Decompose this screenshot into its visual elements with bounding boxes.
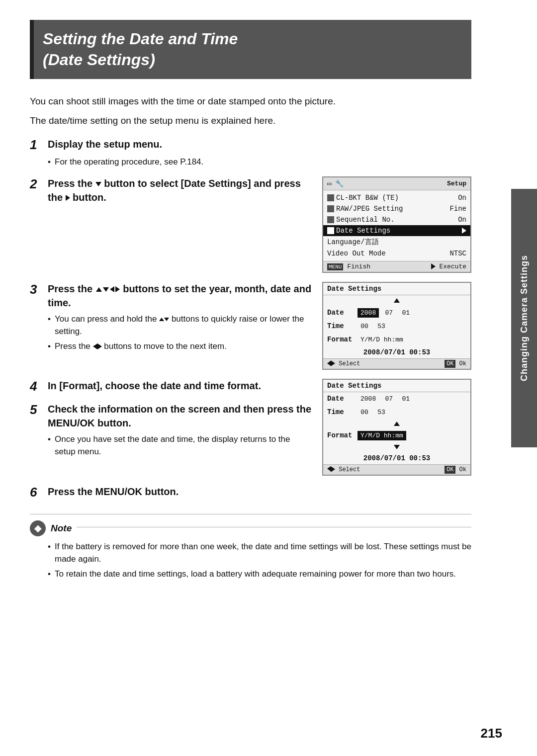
step-3-bullet-2: Press the buttons to move to the next it… [48,340,312,353]
row-icon-2 [327,205,334,212]
step-6-heading: 6 Press the MENU/OK button. [30,485,471,500]
note-box: ◆ Note If the battery is removed for mor… [30,514,471,581]
step-3-bullet-1: You can press and hold the buttons to qu… [48,313,312,338]
date-day-2: 01 [399,394,413,404]
setup-row-6: Video Out Mode NTSC [323,248,470,259]
date-screen-1-datetime: 2008/07/01 00:53 [323,346,470,358]
date-label: Date [327,309,355,317]
step-1-title: Display the setup menu. [48,137,162,151]
note-bullet-1: If the battery is removed for more than … [48,540,471,566]
steps-area: 1 Display the setup menu. For the operat… [30,137,471,500]
date-month: 07 [382,308,396,318]
row-label-1: CL-BKT B&W (TE) [336,194,456,202]
down-arrow-2 [394,445,400,449]
step-3-row: 3 Press the buttons to set the year, mon… [30,282,471,370]
step-2-left: 2 Press the button to select [Date Setti… [30,176,312,207]
time-min-2: 53 [374,408,388,417]
row-value-2: Fine [449,205,466,213]
main-content: Setting the Date and Time (Date Settings… [0,0,511,612]
date-year-2: 2008 [358,394,379,404]
row-arrow-4 [462,227,466,235]
time-hour-2: 00 [358,408,371,417]
step-2-heading: 2 Press the button to select [Date Setti… [30,176,312,204]
time-label-2: Time [327,408,355,416]
page-container: Changing Camera Settings Setting the Dat… [0,0,537,756]
step-5-heading: 5 Check the information on the screen an… [30,402,312,430]
setup-screen-mockup: ▭ 🔧 Setup CL-BKT B&W (TE) On [322,176,471,273]
date-screen-1-format-row: Format Y/M/D hh:mm [323,333,470,346]
right-arrow-icon [97,343,102,349]
step-4-title: In [Format], choose the date and time fo… [48,379,261,393]
left-arrow-icon [93,343,97,349]
up-arrow [394,298,400,303]
date-label-2: Date [327,395,355,403]
date-screen-1-time-row: Time 00 53 [323,320,470,333]
setup-row-3: Sequential No. On [323,214,470,225]
date-screen-1-date-row: Date 2008 07 01 [323,306,470,320]
setup-label: Setup [447,180,466,187]
row-value-1: On [458,194,466,202]
format-label: Format [327,336,355,343]
row-icon-3 [327,216,334,223]
setup-screen-icons: ▭ 🔧 [327,179,344,188]
step-4-number: 4 [30,379,45,394]
date-screen-1-title: Date Settings [323,283,470,295]
step-2-title: Press the button to select [Date Setting… [48,176,312,204]
setup-screen-footer: MENU Finish Execute [323,261,470,272]
step-4-heading: 4 In [Format], choose the date and time … [30,379,312,394]
date-month-2: 07 [382,394,396,404]
note-header: ◆ Note [30,520,471,536]
step-4-5-left: 4 In [Format], choose the date and time … [30,379,312,466]
step-4-5-row: 4 In [Format], choose the date and time … [30,379,471,476]
step-1-bullets: For the operating procedure, see P.184. [48,156,471,168]
setup-row-5: Language/言語 [323,236,470,248]
step-6-title: Press the MENU/OK button. [48,485,179,499]
format-value: Y/M/D hh:mm [358,335,406,344]
setup-row-2: RAW/JPEG Setting Fine [323,203,470,214]
setup-screen-body: CL-BKT B&W (TE) On RAW/JPEG Setting Fine… [323,190,470,261]
step-6: 6 Press the MENU/OK button. [30,485,471,500]
date-screen-2-datetime: 2008/07/01 00:53 [323,452,470,464]
date-screen-2-time-row: Time 00 53 [323,406,470,419]
setup-screen-header: ▭ 🔧 Setup [323,177,470,190]
side-tab-text: Changing Camera Settings [519,255,530,381]
step-3-title: Press the buttons to set the year, month… [48,282,312,310]
side-tab: Changing Camera Settings [511,189,537,447]
format-value-2: Y/M/D hh:mm [358,431,406,440]
step-5-bullets: Once you have set the date and time, the… [48,433,312,458]
row-label-3: Sequential No. [336,216,456,224]
down-arrow-icon [164,318,169,321]
step-1: 1 Display the setup menu. For the operat… [30,137,471,168]
step-3-heading: 3 Press the buttons to set the year, mon… [30,282,312,310]
title-box: Setting the Date and Time (Date Settings… [30,20,471,79]
camera-icon: ▭ [327,179,331,188]
date-footer-right-1: OK Ok [445,360,466,367]
date-screen-1-mockup: Date Settings Date 2008 07 01 Time 0 [322,282,471,370]
row-icon-1 [327,194,334,201]
date-footer-right-2: OK Ok [445,466,466,473]
row-label-2: RAW/JPEG Setting [336,205,448,213]
date-footer-left-1: Select [327,360,360,367]
up-arrow-icon [159,318,164,321]
step-5-title: Check the information on the screen and … [48,402,312,430]
step-3-number: 3 [30,282,45,297]
page-title: Setting the Date and Time (Date Settings… [43,29,459,70]
note-bullet-2: To retain the date and time settings, lo… [48,568,471,581]
note-icon: ◆ [30,520,46,536]
date-screen-2-date-row: Date 2008 07 01 [323,392,470,406]
row-value-6: NTSC [449,250,466,257]
note-dashes [77,527,471,527]
date-screen-2: Date Settings Date 2008 07 01 Time 00 53 [322,379,471,476]
footer-left: MENU Finish [327,263,370,270]
note-bullets: If the battery is removed for more than … [48,540,471,581]
date-screen-2-footer: Select OK Ok [323,464,470,475]
date-screen-1-up-arrow [323,295,470,306]
step-5-number: 5 [30,402,45,418]
row-label-4: Date Settings [336,227,460,235]
date-footer-left-2: Select [327,466,360,473]
step-3-bullets: You can press and hold the buttons to qu… [48,313,312,353]
step-2-number: 2 [30,176,45,192]
row-icon-4 [327,227,334,234]
step-4: 4 In [Format], choose the date and time … [30,379,312,394]
setup-row-1: CL-BKT B&W (TE) On [323,192,470,203]
